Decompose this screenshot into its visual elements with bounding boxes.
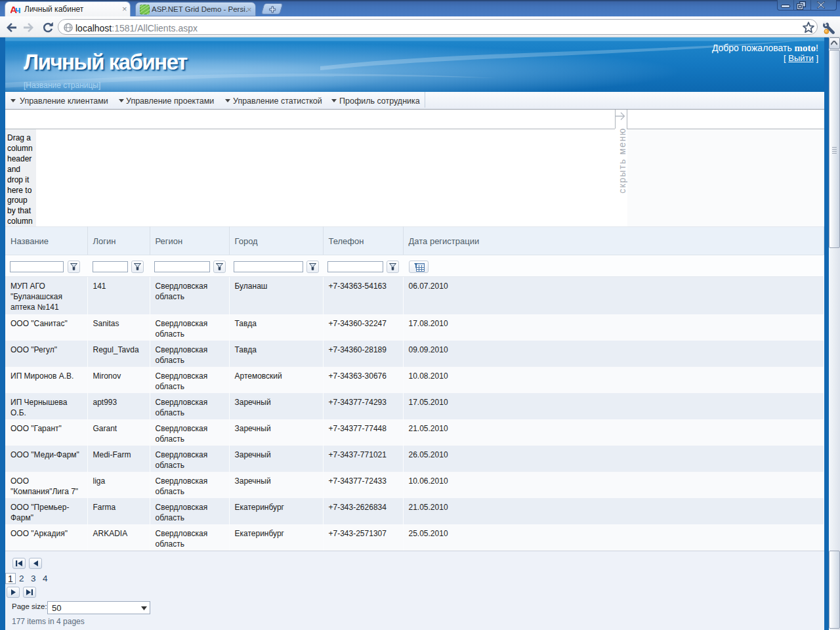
svg-text:ч: ч [15,4,21,14]
